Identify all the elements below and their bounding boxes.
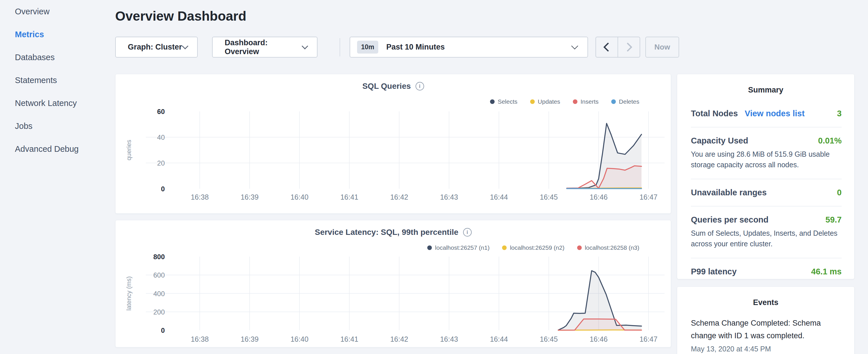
sidebar: OverviewMetricsDatabasesStatementsNetwor… (0, 0, 115, 354)
svg-text:16:46: 16:46 (590, 193, 608, 201)
svg-text:16:41: 16:41 (340, 335, 359, 343)
chevron-down-icon (182, 43, 189, 49)
svg-text:16:38: 16:38 (191, 193, 209, 201)
legend-item-localhost-26257-n1: localhost:26257 (n1) (427, 244, 490, 251)
svg-text:16:39: 16:39 (241, 193, 259, 201)
summary-row-value: 0.01% (818, 136, 842, 146)
graph-dropdown-label: Graph: Cluster (128, 43, 182, 52)
sidebar-item-advanced-debug[interactable]: Advanced Debug (0, 137, 115, 160)
svg-text:latency (ms): latency (ms) (125, 277, 132, 311)
chart-title-row: SQL Queries i (116, 82, 671, 91)
legend-item-localhost-26258-n3: localhost:26258 (n3) (577, 244, 639, 251)
time-window-badge: 10m (357, 41, 378, 54)
sidebar-item-overview[interactable]: Overview (0, 0, 115, 23)
summary-row-value: 0 (837, 188, 842, 197)
svg-text:16:38: 16:38 (191, 335, 209, 343)
chart-title: SQL Queries (362, 82, 411, 91)
svg-text:16:40: 16:40 (290, 335, 309, 343)
sidebar-item-statements[interactable]: Statements (0, 69, 115, 92)
summary-row-label: Total Nodes (691, 109, 738, 118)
controls-divider (340, 38, 340, 57)
summary-row-value: 59.7 (826, 215, 842, 225)
legend-item-localhost-26259-n2: localhost:26259 (n2) (502, 244, 564, 251)
next-window-button[interactable] (618, 37, 640, 57)
event-message: Schema Change Completed: Schema change w… (691, 317, 842, 342)
view-nodes-list-link[interactable]: View nodes list (745, 109, 805, 118)
summary-row-label: Unavailable ranges (691, 188, 767, 197)
time-window-picker[interactable]: 10m Past 10 Minutes (350, 37, 588, 58)
legend-item-selects: Selects (490, 98, 518, 105)
dashboard-dropdown-label: Dashboard: Overview (225, 38, 303, 56)
legend-label: localhost:26259 (n2) (510, 244, 564, 251)
prev-window-button[interactable] (596, 37, 618, 57)
graph-dropdown[interactable]: Graph: Cluster (115, 37, 198, 58)
svg-text:16:45: 16:45 (540, 335, 558, 343)
summary-row-queries-per-second: Queries per second59.7 (691, 215, 842, 225)
legend-item-deletes: Deletes (611, 98, 639, 105)
legend-label: localhost:26257 (n1) (435, 244, 490, 251)
summary-row-p99-latency: P99 latency46.1 ms (691, 267, 842, 277)
now-button[interactable]: Now (645, 37, 679, 58)
service-latency-chart: 020040060080016:3816:3916:4016:4116:4216… (116, 220, 672, 348)
summary-row-capacity-used: Capacity Used0.01% (691, 136, 842, 146)
events-title: Events (677, 298, 854, 307)
sidebar-item-metrics[interactable]: Metrics (0, 23, 115, 46)
summary-panel: Summary Total NodesView nodes list3Capac… (677, 74, 855, 279)
legend-dot-icon (502, 246, 507, 250)
summary-row-label: P99 latency (691, 267, 737, 277)
sidebar-item-jobs[interactable]: Jobs (0, 115, 115, 137)
svg-text:16:46: 16:46 (590, 335, 608, 343)
sql-queries-chart-card: 020406016:3816:3916:4016:4116:4216:4316:… (115, 74, 671, 214)
info-icon[interactable]: i (463, 228, 472, 236)
legend-label: Deletes (619, 98, 639, 105)
svg-text:600: 600 (153, 271, 165, 279)
chevron-right-icon (623, 42, 632, 52)
summary-row-total-nodes: Total NodesView nodes list3 (691, 109, 842, 118)
events-panel: Events Schema Change Completed: Schema c… (677, 286, 855, 354)
svg-text:16:45: 16:45 (540, 193, 558, 201)
summary-row-description: You are using 28.6 MiB of 515.9 GiB usab… (691, 149, 842, 170)
svg-text:16:43: 16:43 (440, 193, 458, 201)
event-timestamp: May 13, 2020 at 4:45 PM (691, 345, 842, 353)
chevron-down-icon (302, 43, 308, 49)
svg-text:16:42: 16:42 (390, 193, 408, 201)
chart-title-row: Service Latency: SQL, 99th percentile i (116, 228, 671, 237)
sidebar-item-databases[interactable]: Databases (0, 46, 115, 69)
events-list: Schema Change Completed: Schema change w… (677, 317, 854, 353)
summary-divider (691, 127, 842, 127)
summary-row-unavailable-ranges: Unavailable ranges0 (691, 188, 842, 197)
legend-label: localhost:26258 (n3) (585, 244, 639, 251)
legend-item-updates: Updates (530, 98, 560, 105)
sql-queries-chart: 020406016:3816:3916:4016:4116:4216:4316:… (116, 74, 672, 214)
summary-title: Summary (677, 86, 854, 95)
svg-text:40: 40 (157, 133, 165, 141)
svg-text:16:41: 16:41 (340, 193, 359, 201)
sidebar-item-network-latency[interactable]: Network Latency (0, 92, 115, 115)
svg-text:0: 0 (161, 326, 165, 334)
svg-text:400: 400 (153, 290, 165, 297)
legend-dot-icon (611, 99, 616, 104)
legend-dot-icon (577, 246, 582, 250)
time-window-label: Past 10 Minutes (386, 43, 445, 52)
legend-dot-icon (530, 99, 535, 104)
legend-item-inserts: Inserts (573, 98, 599, 105)
svg-text:16:47: 16:47 (640, 335, 658, 343)
dashboard-dropdown[interactable]: Dashboard: Overview (212, 37, 317, 58)
svg-text:60: 60 (157, 108, 165, 116)
summary-divider (691, 258, 842, 258)
chevron-down-icon (571, 42, 578, 49)
svg-text:16:44: 16:44 (490, 335, 508, 343)
summary-rows: Total NodesView nodes list3Capacity Used… (677, 109, 854, 277)
summary-row-value: 46.1 ms (811, 267, 842, 277)
legend-dot-icon (490, 99, 495, 104)
summary-row-label: Capacity Used (691, 136, 748, 146)
time-window-step-group (595, 37, 640, 58)
legend-dot-icon (427, 246, 432, 250)
svg-text:16:43: 16:43 (440, 335, 458, 343)
legend-label: Selects (498, 98, 518, 105)
svg-text:16:44: 16:44 (490, 193, 508, 201)
summary-divider (691, 206, 842, 206)
info-icon[interactable]: i (415, 82, 424, 91)
legend-label: Inserts (581, 98, 599, 105)
service-latency-chart-card: 020040060080016:3816:3916:4016:4116:4216… (115, 220, 671, 347)
